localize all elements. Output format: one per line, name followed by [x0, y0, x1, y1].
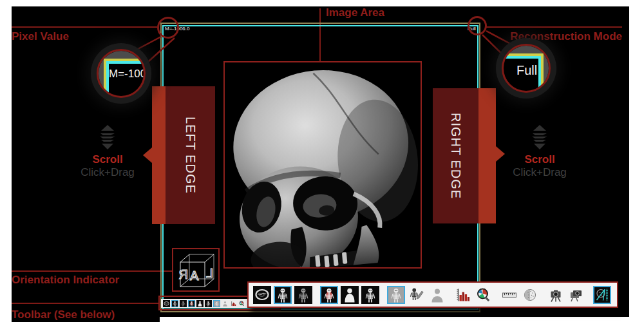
cube-letter-anterior: A — [190, 269, 199, 283]
mini-skeleton-view-icon[interactable] — [171, 300, 178, 307]
callout-connectors — [0, 0, 644, 322]
zoom-analysis-icon[interactable] — [475, 286, 493, 304]
recon-mode-callout-circle — [468, 16, 487, 35]
cube-letter-left: L — [206, 266, 213, 280]
annotated-viewer-figure: Image Area Pixel Value Reconstruction Mo… — [0, 0, 644, 322]
pixel-value-callout-circle — [157, 17, 179, 39]
skeleton-view-icon[interactable] — [274, 286, 292, 304]
axial-slice-icon[interactable] — [253, 286, 271, 304]
loupe-cyan-line — [106, 61, 144, 64]
render-quality-icon[interactable] — [521, 286, 539, 304]
pixel-value-loupe: M=-1006 — [97, 49, 146, 98]
loupe-recon-mode-text: Full — [516, 63, 537, 78]
person-view-icon[interactable] — [428, 286, 446, 304]
toolbar-group — [253, 286, 312, 304]
histogram-icon[interactable] — [454, 286, 472, 304]
mini-skeleton-gray-view-icon[interactable] — [213, 300, 220, 307]
loupe-pixel-value-text: M=-1006 — [109, 68, 146, 80]
mini-axial-slice-icon[interactable] — [163, 300, 170, 307]
cube-letter-right: R — [179, 267, 188, 281]
toolbar-group — [593, 286, 611, 304]
loupe-cyan-line — [538, 56, 541, 91]
mini-muscle-view-icon[interactable] — [188, 300, 195, 307]
body-view-icon[interactable] — [341, 286, 359, 304]
ruler-icon[interactable] — [500, 286, 518, 304]
mini-person-view-icon[interactable] — [222, 300, 229, 307]
multi-snapshot-icon[interactable] — [567, 286, 585, 304]
toolbar-group — [454, 286, 493, 304]
snapshot-icon[interactable] — [547, 286, 565, 304]
orientation-cube: R A L — [173, 249, 218, 290]
recon-mode-loupe: Full — [502, 44, 551, 93]
mini-skeleton-dim-view-icon[interactable] — [180, 300, 187, 307]
muscle-view-icon[interactable] — [320, 286, 338, 304]
measure-draw-icon[interactable] — [593, 286, 611, 304]
skeleton-view-2-icon[interactable] — [361, 286, 379, 304]
loupe-khaki-line — [541, 53, 544, 91]
toolbar-panel — [247, 281, 618, 308]
toolbar-group — [387, 286, 446, 304]
mini-histogram-icon[interactable] — [230, 300, 237, 307]
toolbar-group — [547, 286, 585, 304]
skeleton-gray-view-icon[interactable] — [387, 286, 405, 304]
toolbar-group — [500, 286, 539, 304]
mini-skeleton-view-2-icon[interactable] — [205, 300, 212, 307]
loupe-cyan-line — [504, 56, 541, 59]
mini-zoom-analysis-icon[interactable] — [238, 300, 245, 307]
toolbar-group — [320, 286, 379, 304]
skeleton-dim-view-icon[interactable] — [294, 286, 312, 304]
mini-body-view-icon[interactable] — [196, 300, 204, 307]
annotate-view-icon[interactable] — [408, 286, 426, 304]
